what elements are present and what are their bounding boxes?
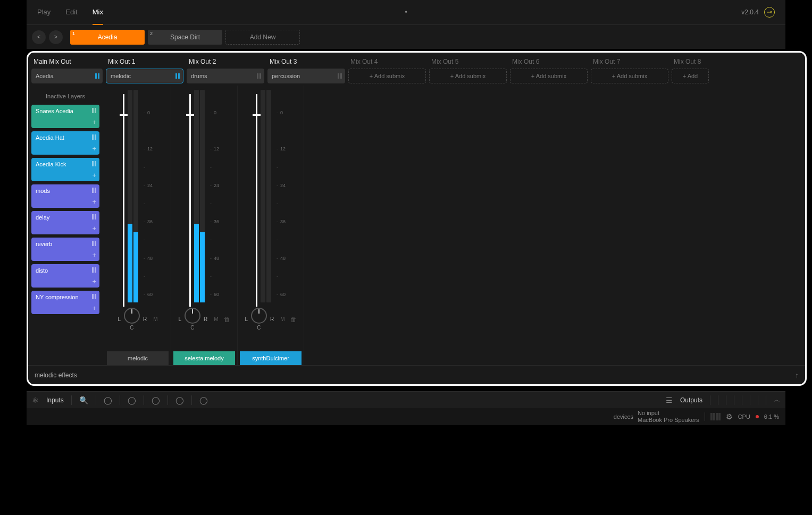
pan-left-label: L bbox=[178, 316, 181, 322]
mix-out-8: Mix Out 8 + Add bbox=[672, 58, 709, 83]
plus-icon[interactable]: + bbox=[92, 118, 96, 126]
outputs-label[interactable]: Outputs bbox=[680, 396, 702, 404]
layer-disto[interactable]: disto+ bbox=[31, 264, 99, 288]
pan-knob[interactable] bbox=[251, 308, 267, 324]
drum-icon[interactable]: ◯ bbox=[128, 396, 136, 404]
add-submix-8[interactable]: + Add bbox=[672, 69, 709, 83]
layer-acedia-hat[interactable]: Acedia Hat+ bbox=[31, 131, 99, 155]
fader-thumb[interactable] bbox=[120, 114, 128, 116]
drag-handle-icon[interactable] bbox=[92, 267, 96, 273]
mix-out-1-value[interactable]: melodic bbox=[106, 69, 183, 83]
mix-out-4-label: Mix Out 4 bbox=[348, 58, 426, 65]
drum-icon[interactable]: ◯ bbox=[152, 396, 160, 404]
pan-knob[interactable] bbox=[185, 308, 200, 324]
tab-play[interactable]: Play bbox=[37, 0, 51, 25]
main-mix-out-value[interactable]: Acedia bbox=[31, 69, 103, 83]
channel-label[interactable]: selesta melody bbox=[173, 351, 235, 365]
mute-button[interactable]: M bbox=[214, 316, 218, 322]
channel-label[interactable]: melodic bbox=[107, 351, 169, 365]
layer-delay[interactable]: delay+ bbox=[31, 211, 99, 234]
drag-handle-icon[interactable] bbox=[92, 241, 96, 246]
mix-out-6-label: Mix Out 6 bbox=[510, 58, 588, 65]
mix-out-3-value-text: percussion bbox=[272, 73, 300, 79]
preset-add-new-label: Add New bbox=[250, 33, 276, 41]
fader-thumb[interactable] bbox=[186, 114, 194, 116]
drum-icon[interactable]: ◯ bbox=[199, 396, 208, 404]
drum-icon[interactable]: ◯ bbox=[175, 396, 184, 404]
preset-2[interactable]: 2 Space Dirt bbox=[148, 30, 222, 45]
drag-handle-icon[interactable] bbox=[92, 294, 96, 299]
preset-prev-button[interactable]: < bbox=[32, 30, 46, 44]
mix-out-7-label: Mix Out 7 bbox=[591, 58, 668, 65]
chevron-up-icon[interactable]: ︿ bbox=[774, 395, 780, 404]
trash-icon[interactable]: 🗑 bbox=[290, 316, 297, 323]
add-submix-6[interactable]: + Add submix bbox=[510, 69, 588, 83]
add-submix-4[interactable]: + Add submix bbox=[348, 69, 426, 83]
preset-next-button[interactable]: > bbox=[49, 30, 63, 44]
drag-handle-icon[interactable] bbox=[92, 108, 96, 113]
plus-icon[interactable]: + bbox=[92, 277, 96, 285]
arrow-up-icon[interactable]: ↑ bbox=[795, 371, 799, 379]
mix-out-3-value[interactable]: percussion bbox=[267, 69, 345, 83]
effects-footer[interactable]: melodic effects ↑ bbox=[28, 365, 805, 384]
fader-track[interactable] bbox=[256, 94, 257, 307]
plus-icon[interactable]: + bbox=[92, 224, 96, 232]
mix-out-2: Mix Out 2 drums bbox=[187, 58, 264, 83]
pan-knob[interactable] bbox=[124, 308, 140, 324]
drag-handle-icon[interactable] bbox=[92, 214, 96, 219]
layer-acedia-kick[interactable]: Acedia Kick+ bbox=[31, 158, 99, 181]
mute-button[interactable]: M bbox=[153, 316, 157, 322]
header-tabs: Play Edit Mix bbox=[37, 0, 103, 25]
mix-out-5: Mix Out 5 + Add submix bbox=[429, 58, 507, 83]
pan-right-label: R bbox=[143, 316, 147, 322]
drag-handle-icon[interactable] bbox=[92, 134, 96, 140]
mix-out-3: Mix Out 3 percussion bbox=[267, 58, 345, 83]
drum-icon[interactable]: ◯ bbox=[104, 396, 112, 404]
inputs-label[interactable]: Inputs bbox=[46, 396, 64, 404]
pan-left-label: L bbox=[118, 316, 121, 322]
layer-reverb[interactable]: reverb+ bbox=[31, 238, 99, 261]
trash-icon[interactable]: 🗑 bbox=[224, 316, 230, 323]
tab-edit[interactable]: Edit bbox=[65, 0, 77, 25]
layer-label: mods bbox=[36, 188, 50, 194]
fader-thumb[interactable] bbox=[253, 114, 261, 116]
sliders-icon[interactable]: ☰ bbox=[666, 396, 673, 404]
fader-track[interactable] bbox=[123, 94, 124, 307]
drag-handle-icon[interactable] bbox=[92, 188, 96, 193]
layer-label: Snares Acedia bbox=[36, 108, 73, 114]
mix-out-7: Mix Out 7 + Add submix bbox=[591, 58, 668, 83]
plus-icon[interactable]: + bbox=[92, 304, 96, 312]
layer-snares-acedia[interactable]: Snares Acedia+ bbox=[31, 105, 99, 128]
drag-handle-icon[interactable] bbox=[95, 73, 99, 79]
routing-icon[interactable]: ⚛ bbox=[32, 396, 39, 404]
plus-icon[interactable]: + bbox=[92, 145, 96, 153]
gear-icon[interactable]: ⚙ bbox=[726, 412, 733, 421]
channel-label[interactable]: synthDulcimer bbox=[240, 351, 302, 365]
plus-icon[interactable]: + bbox=[92, 198, 96, 206]
pan-center-label: C bbox=[130, 325, 133, 331]
mute-button[interactable]: M bbox=[280, 316, 284, 322]
layer-mods[interactable]: mods+ bbox=[31, 184, 99, 208]
add-submix-5[interactable]: + Add submix bbox=[429, 69, 507, 83]
drag-handle-icon[interactable] bbox=[175, 73, 180, 79]
add-submix-7[interactable]: + Add submix bbox=[591, 69, 668, 83]
settings-circle-icon[interactable] bbox=[764, 7, 775, 18]
drag-handle-icon[interactable] bbox=[338, 73, 342, 79]
cpu-label: CPU bbox=[738, 413, 750, 420]
buffer-grid-icon[interactable] bbox=[710, 413, 721, 420]
plus-icon[interactable]: + bbox=[92, 171, 96, 179]
inactive-layers-sidebar: Inactive Layers Snares Acedia+ Acedia Ha… bbox=[28, 86, 103, 365]
main-mix-out: Main Mix Out Acedia bbox=[31, 58, 103, 83]
layer-ny-compression[interactable]: NY compression+ bbox=[31, 291, 99, 314]
drag-handle-icon[interactable] bbox=[92, 161, 96, 166]
plus-icon[interactable]: + bbox=[92, 251, 96, 259]
search-icon[interactable]: 🔍 bbox=[79, 396, 88, 404]
preset-1[interactable]: 1 Acedia bbox=[70, 30, 145, 45]
mix-outs-row: Main Mix Out Acedia Mix Out 1 melodic Mi… bbox=[28, 53, 805, 86]
drag-handle-icon[interactable] bbox=[257, 73, 261, 79]
layer-label: NY compression bbox=[36, 294, 79, 300]
tab-mix[interactable]: Mix bbox=[93, 0, 103, 25]
preset-add-new[interactable]: Add New bbox=[225, 30, 300, 45]
fader-track[interactable] bbox=[189, 94, 191, 307]
mix-out-2-value[interactable]: drums bbox=[187, 69, 264, 83]
